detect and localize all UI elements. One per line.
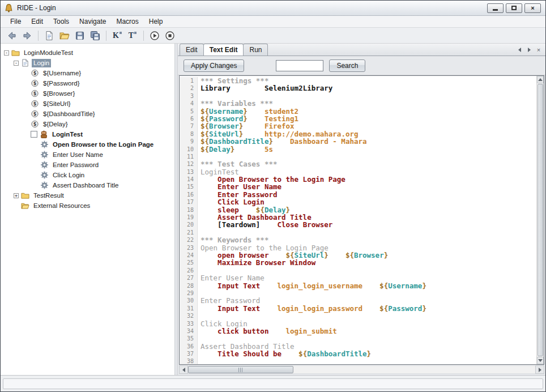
token[interactable]: ${	[298, 350, 307, 358]
new-icon[interactable]	[42, 29, 56, 42]
tree-item-label[interactable]: LoginModuleTest	[22, 49, 75, 57]
code-text[interactable]	[198, 289, 201, 297]
token[interactable]: Username	[388, 282, 422, 290]
code-text[interactable]: Maximize Browser Window	[198, 259, 315, 266]
token[interactable]	[231, 84, 265, 92]
editor-line[interactable]: 29	[180, 289, 536, 297]
text-editor[interactable]: 1*** Settings ***2Library Selenium2Libra…	[179, 75, 544, 365]
save-icon[interactable]	[73, 29, 87, 42]
editor-line[interactable]: 3	[180, 92, 536, 100]
tree-item-label[interactable]: Assert Dashboard Title	[51, 181, 120, 190]
menu-file[interactable]: File	[5, 16, 26, 27]
run-icon[interactable]	[148, 29, 161, 42]
tab-scroll-right-icon[interactable]	[526, 46, 532, 53]
code-text[interactable]: Assert Dashboard Title	[198, 214, 312, 221]
token[interactable]: }	[422, 304, 426, 313]
search-input[interactable]	[276, 60, 323, 71]
horizontal-scrollbar-track[interactable]	[188, 365, 535, 374]
token[interactable]: Browser	[354, 251, 384, 259]
tree-item-label[interactable]: ${Password}	[41, 79, 82, 88]
tree-item-loginmoduletest[interactable]: -LoginModuleTest	[1, 48, 174, 58]
menu-macros[interactable]: Macros	[111, 16, 143, 27]
editor-line[interactable]: 14 Open Browser to the Login Page	[180, 176, 536, 183]
token[interactable]	[201, 282, 217, 290]
token[interactable]	[201, 327, 217, 335]
scroll-up-button[interactable]	[537, 76, 544, 83]
tree-item-label[interactable]: ${Username}	[41, 69, 83, 78]
code-text[interactable]: sleep ${Delay}	[198, 206, 290, 214]
token[interactable]: ${	[379, 304, 388, 313]
menu-help[interactable]: Help	[144, 16, 168, 27]
save-all-icon[interactable]	[88, 29, 102, 42]
editor-line[interactable]: 23Open Browser to the Login Page	[180, 244, 536, 252]
token[interactable]: DashboardTitle	[307, 350, 366, 358]
code-text[interactable]: ${Browser} Firefox	[198, 122, 295, 130]
tab-text-edit[interactable]: Text Edit	[203, 44, 244, 56]
token[interactable]: }	[324, 251, 329, 259]
tree-item-label[interactable]: External Resources	[32, 202, 92, 210]
editor-line[interactable]: 10${Delay} 5s	[180, 146, 536, 153]
scroll-left-button[interactable]	[179, 365, 188, 374]
code-text[interactable]	[198, 357, 201, 364]
tree-item-delay[interactable]: $${Delay}	[1, 119, 174, 129]
code-text[interactable]	[198, 312, 201, 319]
token[interactable]	[260, 220, 277, 229]
token[interactable]	[234, 145, 265, 154]
code-text[interactable]	[198, 335, 201, 342]
code-text[interactable]	[198, 153, 201, 160]
tree-item-label[interactable]: ${Browser}	[41, 90, 76, 98]
token[interactable]	[201, 258, 217, 267]
token[interactable]: login_login_username	[277, 282, 362, 290]
code-text[interactable]: *** Settings ***	[198, 77, 268, 84]
editor-line[interactable]: 8${SiteUrl} http://demo.mahara.org	[180, 130, 536, 138]
tree-item-testresult[interactable]: +TestResult	[1, 190, 174, 201]
tree-item-password[interactable]: $${Password}	[1, 78, 174, 88]
tree-item-browser[interactable]: $${Browser}	[1, 88, 174, 99]
tree-item-siteurl[interactable]: $${SiteUrl}	[1, 99, 174, 109]
editor-line[interactable]: 33Click Login	[180, 320, 536, 327]
search-keywords-icon[interactable]: K	[110, 29, 124, 42]
token[interactable]	[362, 304, 379, 313]
code-text[interactable]: *** Test Cases ***	[198, 160, 277, 168]
tree-item-open-browser-to-the-login-page[interactable]: Open Browser to the Login Page	[1, 139, 174, 150]
tree-item-enter-user-name[interactable]: Enter User Name	[1, 150, 174, 160]
token[interactable]: click button	[217, 327, 268, 335]
editor-line[interactable]: 20 [Teardown] Close Browser	[180, 221, 536, 228]
code-text[interactable]	[198, 267, 201, 274]
code-text[interactable]: Click Login	[198, 198, 265, 206]
editor-line[interactable]: 15 Enter User Name	[180, 183, 536, 190]
editor-line[interactable]: 36Assert Dashboard Title	[180, 343, 536, 350]
code-text[interactable]: ${Username} student2	[198, 108, 298, 115]
code-text[interactable]: ${DashboardTitle} Dashboard - Mahara	[198, 138, 367, 145]
forward-icon[interactable]	[20, 29, 34, 42]
code-text[interactable]	[198, 92, 201, 100]
search-tests-icon[interactable]: T	[126, 29, 139, 42]
editor-line[interactable]: 27Enter User Name	[180, 274, 536, 282]
token[interactable]	[260, 282, 277, 290]
tab-scroll-left-icon[interactable]	[516, 46, 523, 53]
tree-item-logintest[interactable]: LoginTest	[1, 129, 174, 139]
token[interactable]: ${	[201, 145, 209, 154]
minimize-button[interactable]	[487, 3, 504, 13]
tab-close-icon[interactable]: ×	[535, 46, 542, 53]
token[interactable]: Input Text	[217, 282, 260, 290]
code-text[interactable]: Enter User Name	[198, 183, 281, 190]
code-text[interactable]: Library Selenium2Library	[198, 84, 332, 92]
tree-item-username[interactable]: $${Username}	[1, 68, 174, 78]
code-text[interactable]: Enter Password	[198, 191, 277, 198]
code-text[interactable]: open browser ${SiteUrl} ${Browser}	[198, 252, 388, 259]
code-text[interactable]: ${Password} Testing1	[198, 115, 298, 122]
expand-expander-icon[interactable]: +	[14, 193, 19, 198]
token[interactable]: Password	[388, 304, 422, 313]
code-text[interactable]: Open Browser to the Login Page	[198, 244, 329, 252]
tab-run[interactable]: Run	[243, 44, 268, 56]
tree-item-label[interactable]: ${Delay}	[41, 120, 69, 129]
code-text[interactable]: Input Text login_login_username ${Userna…	[198, 282, 426, 289]
token[interactable]: [Teardown]	[217, 220, 260, 229]
tree-item-label[interactable]: TestResult	[32, 191, 66, 200]
code-text[interactable]: Enter User Name	[198, 274, 265, 282]
token[interactable]: }	[367, 350, 372, 358]
collapse-expander-icon[interactable]: -	[4, 50, 9, 56]
vertical-scrollbar-track[interactable]	[537, 83, 544, 357]
editor-line[interactable]: 32	[180, 312, 536, 319]
